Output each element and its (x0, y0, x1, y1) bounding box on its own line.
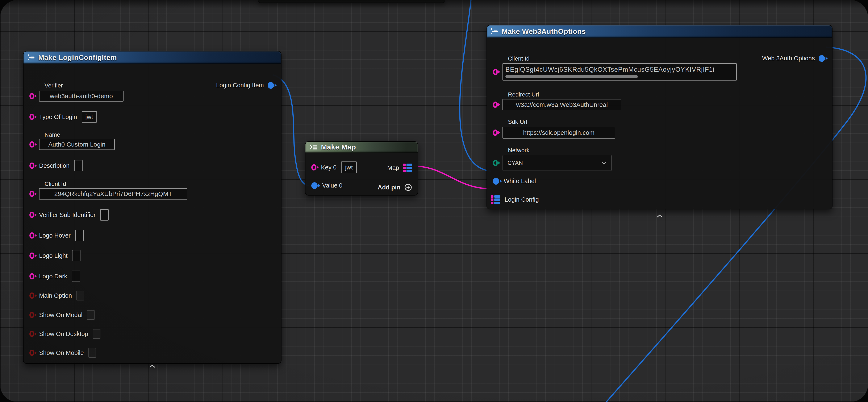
logo-hover-row: Logo Hover (29, 230, 84, 241)
add-pin-plus-icon[interactable] (404, 183, 412, 191)
logo-light-input[interactable] (72, 250, 81, 261)
sdk-url-label: Sdk Url (508, 119, 527, 125)
add-pin-label: Add pin (378, 184, 400, 191)
client-id-input[interactable]: BEglQSgt4cUWcj6SKRdu5QkOXTsePmMcusG5EAoy… (502, 63, 737, 81)
logo-hover-input[interactable] (75, 230, 84, 241)
verifier-sub-identifier-label: Verifier Sub Identifier (39, 211, 96, 219)
logo-hover-pin[interactable] (29, 232, 34, 239)
logo-light-label: Logo Light (39, 252, 67, 259)
wire-map-to-login-config[interactable] (414, 166, 492, 189)
node-header[interactable]: Make Map (305, 142, 417, 153)
verifier-input[interactable]: web3auth-auth0-demo (39, 91, 124, 102)
show-on-mobile-row: Show On Mobile (29, 348, 96, 357)
output-pin-row: Login Config Item (216, 82, 274, 89)
main-option-label: Main Option (39, 292, 72, 299)
redirect-url-input[interactable]: w3a://com.w3a.Web3AuthUnreal (502, 99, 621, 110)
output-pin-label: Login Config Item (216, 82, 264, 89)
type-of-login-label: Type Of Login (39, 114, 77, 120)
verifier-sub-identifier-pin[interactable] (29, 212, 34, 218)
redirect-url-pin[interactable] (493, 102, 498, 108)
value0-label: Value 0 (322, 182, 342, 189)
show-on-mobile-pin[interactable] (29, 350, 34, 356)
key0-pin[interactable] (311, 164, 316, 171)
blueprint-canvas[interactable]: Make LoginConfigItem Login Config Item V… (0, 0, 868, 402)
network-pin[interactable] (493, 160, 498, 166)
type-of-login-input[interactable]: jwt (82, 111, 97, 122)
web3auth-options-output-pin[interactable] (818, 55, 825, 62)
collapse-node-button[interactable] (655, 213, 664, 219)
collapse-node-button[interactable] (148, 364, 156, 369)
description-pin[interactable] (29, 163, 34, 169)
network-dropdown[interactable]: CYAN (502, 155, 612, 171)
logo-light-row: Logo Light (29, 250, 81, 261)
output-pin-label: Web 3Auth Options (762, 55, 815, 62)
show-on-desktop-checkbox[interactable] (93, 329, 100, 339)
name-input[interactable]: Auth0 Custom Login (39, 139, 115, 150)
type-of-login-row: Type Of Login jwt (29, 111, 97, 122)
login-config-row: Login Config (491, 195, 539, 204)
client-id-pin[interactable] (493, 69, 498, 75)
chevron-up-icon (149, 365, 155, 368)
node-make-web3auth-options[interactable]: Make Web3AuthOptions Web 3Auth Options C… (487, 25, 833, 209)
description-label: Description (39, 162, 69, 169)
client-id-label: Client Id (508, 55, 530, 62)
key0-row: Key 0 jwt (311, 162, 357, 173)
type-of-login-pin[interactable] (29, 114, 34, 120)
verifier-pin[interactable] (29, 93, 34, 99)
map-output-row: Map (388, 164, 412, 172)
node-body: Login Config Item Verifier web3auth-auth… (24, 64, 281, 363)
name-row: Auth0 Custom Login (29, 139, 115, 150)
map-output-label: Map (388, 165, 399, 171)
show-on-modal-checkbox[interactable] (87, 310, 95, 320)
network-row: CYAN (493, 155, 612, 171)
client-id-label: Client Id (44, 181, 66, 187)
node-make-map[interactable]: Make Map Key 0 jwt Map Value 0 Add pin (305, 141, 418, 196)
offscreen-node-edge (258, 0, 445, 3)
show-on-mobile-checkbox[interactable] (88, 348, 96, 357)
sdk-url-pin[interactable] (493, 130, 498, 136)
value0-pin[interactable] (311, 182, 318, 189)
node-body: Key 0 jwt Map Value 0 Add pin (305, 153, 417, 195)
logo-dark-input[interactable] (72, 270, 80, 282)
login-config-item-output-pin[interactable] (268, 82, 274, 89)
logo-dark-label: Logo Dark (39, 273, 67, 280)
key0-label: Key 0 (321, 164, 337, 171)
logo-light-pin[interactable] (29, 253, 34, 259)
network-label: Network (508, 147, 530, 154)
client-id-scrollbar[interactable] (505, 75, 638, 78)
client-id-row: 294QRkchfq2YaXUbPri7D6PH7xzHgQMT (29, 188, 187, 200)
logo-dark-pin[interactable] (29, 273, 34, 280)
map-output-pin[interactable] (403, 164, 412, 172)
show-on-desktop-pin[interactable] (29, 331, 34, 337)
node-header[interactable]: Make Web3AuthOptions (487, 25, 832, 38)
description-input[interactable] (74, 160, 83, 171)
show-on-mobile-label: Show On Mobile (39, 349, 84, 356)
main-option-pin[interactable] (29, 292, 34, 299)
node-title: Make LoginConfigItem (38, 53, 117, 62)
main-option-row: Main Option (29, 291, 84, 300)
show-on-modal-row: Show On Modal (29, 310, 95, 320)
description-row: Description (29, 160, 83, 171)
name-pin[interactable] (29, 141, 34, 148)
sdk-url-input[interactable]: https://sdk.openlogin.com (502, 127, 615, 139)
login-config-pin[interactable] (491, 195, 500, 204)
client-id-pin[interactable] (29, 191, 34, 197)
login-config-label: Login Config (504, 196, 539, 203)
verifier-label: Verifier (44, 82, 63, 89)
redirect-url-row: w3a://com.w3a.Web3AuthUnreal (493, 99, 621, 110)
verifier-row: web3auth-auth0-demo (29, 91, 124, 102)
client-id-text: BEglQSgt4cUWcj6SKRdu5QkOXTsePmMcusG5EAoy… (505, 66, 714, 74)
add-pin-row[interactable]: Add pin (378, 183, 412, 191)
white-label-pin[interactable] (493, 178, 499, 184)
verifier-sub-identifier-input[interactable] (100, 209, 108, 221)
client-id-input[interactable]: 294QRkchfq2YaXUbPri7D6PH7xzHgQMT (39, 188, 187, 200)
main-option-checkbox[interactable] (76, 291, 84, 300)
key0-input[interactable]: jwt (341, 162, 357, 173)
name-label: Name (44, 132, 60, 138)
logo-hover-label: Logo Hover (39, 232, 70, 239)
white-label-label: White Label (504, 178, 536, 184)
node-header[interactable]: Make LoginConfigItem (24, 52, 281, 64)
show-on-modal-pin[interactable] (29, 312, 34, 318)
make-struct-icon (27, 54, 35, 61)
node-make-login-config-item[interactable]: Make LoginConfigItem Login Config Item V… (23, 51, 281, 364)
